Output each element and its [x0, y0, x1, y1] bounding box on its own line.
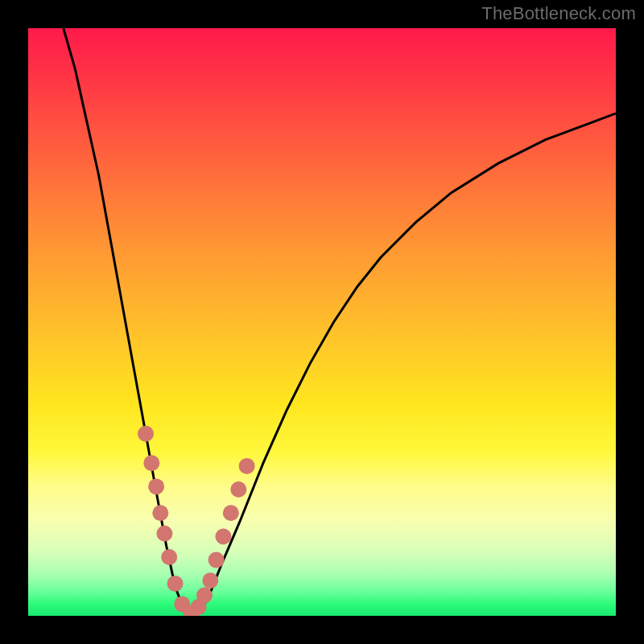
chart-frame: TheBottleneck.com [0, 0, 644, 644]
plot-area [28, 28, 616, 616]
highlight-dots-group [138, 426, 255, 616]
highlight-dot [196, 588, 213, 604]
highlight-dot [215, 529, 231, 545]
highlight-dot [152, 505, 168, 521]
highlight-dot [148, 478, 164, 494]
chart-svg [28, 28, 616, 616]
highlight-dot [208, 552, 225, 568]
highlight-dot [143, 455, 159, 471]
bottleneck-curve-path [64, 28, 616, 616]
watermark-text: TheBottleneck.com [481, 3, 636, 24]
highlight-dot [138, 426, 154, 442]
highlight-dot [167, 576, 184, 592]
highlight-dot [161, 549, 177, 565]
highlight-dot [156, 526, 172, 542]
highlight-dot [202, 572, 218, 588]
highlight-dot [230, 481, 246, 497]
highlight-dot [223, 505, 239, 521]
highlight-dot [239, 458, 255, 474]
